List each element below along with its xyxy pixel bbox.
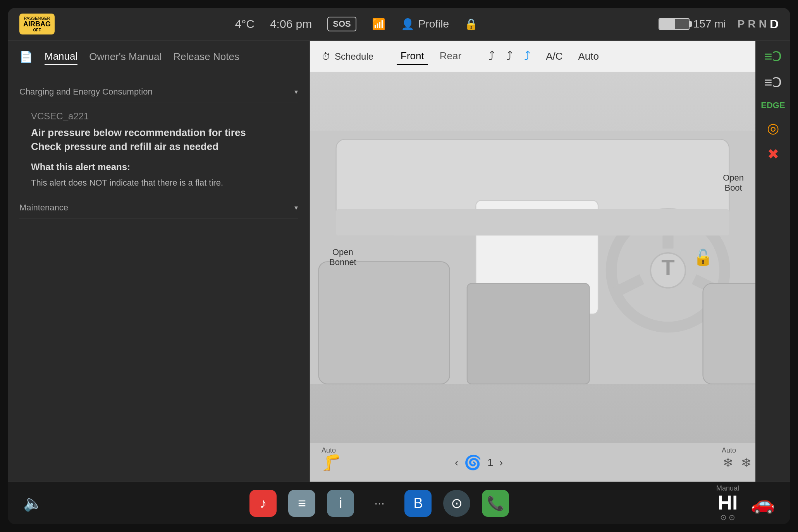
low-beam-icon[interactable]: ≡Ͻ (764, 74, 782, 91)
seat-heat-left-icon[interactable]: 🦵 (322, 453, 341, 472)
alert-section-title: What this alert means: (31, 162, 286, 172)
app-files[interactable]: ≡ (288, 490, 315, 517)
prnd-n[interactable]: N (759, 18, 767, 30)
alert-body: This alert does NOT indicate that there … (31, 176, 286, 189)
main-content: 📄 Manual Owner's Manual Release Notes Ch… (8, 41, 790, 482)
music-icon: ♪ (260, 495, 267, 511)
fan-increase-button[interactable]: › (499, 456, 503, 469)
sidebar-maintenance-title[interactable]: Maintenance ▾ (19, 203, 298, 213)
prnd-p[interactable]: P (738, 18, 745, 30)
seatbelt-icon[interactable]: ✖ (767, 146, 779, 162)
left-temp-label: Auto (322, 446, 336, 454)
status-right: 157 mi P R N D (659, 17, 779, 31)
svg-rect-9 (336, 209, 729, 236)
airflow-icon-1[interactable]: ⤴ (488, 49, 495, 64)
taskbar-left: 🔈 (23, 494, 43, 512)
svg-rect-12 (467, 284, 590, 384)
alert-code: VCSEC_a221 (31, 111, 286, 122)
airflow-icon-2[interactable]: ⤴ (506, 49, 513, 64)
fan-icon: 🌀 (464, 455, 482, 471)
car-view-icon[interactable]: 🚗 (751, 492, 775, 515)
lock-icon[interactable]: 🔒 (464, 18, 478, 31)
prnd-r[interactable]: R (748, 18, 755, 30)
boot-text: OpenBoot (723, 173, 744, 193)
taskbar: 🔈 ♪ ≡ i ··· B ⊙ 📞 (8, 482, 790, 524)
bottom-climate: Auto 🦵 ‹ 🌀 1 › ❄ ❄ Auto 🦵 (310, 443, 790, 482)
airbag-label: PASSENGER (23, 16, 51, 21)
right-temp-label: Auto (722, 446, 736, 454)
tab-manual[interactable]: Manual (45, 48, 77, 65)
profile-section[interactable]: 👤 Profile (401, 18, 449, 31)
left-auto-label: Auto (322, 446, 336, 455)
schedule-icon: ⏱ (322, 51, 331, 62)
app-info[interactable]: i (327, 490, 354, 517)
airbag-status: OFF (23, 28, 51, 32)
right-auto-label: Auto (722, 446, 736, 455)
svg-text:T: T (661, 255, 674, 279)
app-more[interactable]: ··· (366, 490, 393, 517)
battery-bar (659, 18, 690, 30)
tire-pressure-icon[interactable]: ◎ (767, 120, 779, 136)
doc-tabs: 📄 Manual Owner's Manual Release Notes (8, 41, 310, 73)
fan-decrease-button[interactable]: ‹ (455, 456, 458, 469)
ac-button[interactable]: A/C (546, 50, 562, 62)
sos-button[interactable]: SOS (327, 17, 356, 31)
profile-label: Profile (418, 18, 449, 30)
airflow-icon-3[interactable]: ⤴ (524, 49, 530, 64)
sidebar-item-maintenance[interactable]: Maintenance ▾ (19, 197, 298, 219)
doc-icon: 📄 (19, 50, 33, 63)
alert-content: VCSEC_a221 Air pressure below recommenda… (19, 103, 298, 197)
rear-defrost-icon[interactable]: ❄ (741, 455, 752, 470)
climate-mode-icons: ⊙ ⊙ (716, 513, 739, 522)
car-interior: T OpenBonnet 🔓 (310, 72, 790, 443)
app-music[interactable]: ♪ (249, 490, 277, 517)
status-bar: PASSENGER AIRBAG OFF 4°C 4:06 pm SOS 📶 👤… (8, 8, 790, 41)
rear-tab[interactable]: Rear (436, 48, 465, 65)
open-boot-button[interactable]: OpenBoot (723, 173, 744, 193)
app-camera[interactable]: ⊙ (443, 490, 470, 517)
app-phone[interactable]: 📞 (482, 490, 509, 517)
temperature-display: 4°C (235, 17, 255, 31)
chevron-right-icon: ▾ (294, 203, 298, 212)
profile-icon: 👤 (401, 18, 414, 31)
more-icon: ··· (374, 496, 385, 510)
bluetooth-icon: B (413, 495, 423, 511)
status-center: 4°C 4:06 pm SOS 📶 👤 Profile 🔒 (55, 17, 659, 31)
front-tab[interactable]: Front (397, 48, 428, 65)
volume-icon[interactable]: 🔈 (23, 494, 43, 512)
app-bluetooth[interactable]: B (404, 490, 432, 517)
right-panel: ≡Ͻ ≡Ͻ EDGE ◎ ✖ ⏱ Schedule Front Rear ⤴ (310, 41, 790, 482)
bonnet-text: OpenBonnet (329, 247, 356, 267)
auto-button[interactable]: Auto (578, 50, 599, 62)
tab-release-notes[interactable]: Release Notes (173, 49, 239, 65)
left-panel: 📄 Manual Owner's Manual Release Notes Ch… (8, 41, 310, 482)
tab-owners-manual[interactable]: Owner's Manual (89, 49, 162, 65)
fan-speed-display: 1 (487, 456, 494, 469)
airbag-label2: AIRBAG (23, 21, 51, 28)
sidebar-charging-title[interactable]: Charging and Energy Consumption ▾ (19, 87, 298, 97)
defrost-icons: ❄ ❄ (723, 455, 752, 470)
prnd-display: P R N D (738, 17, 779, 31)
taskbar-center: ♪ ≡ i ··· B ⊙ 📞 (249, 490, 509, 517)
car-interior-visual: T OpenBonnet 🔓 (310, 72, 790, 443)
climate-temp-display: HI (716, 492, 739, 513)
climate-hi-display: Manual HI ⊙ ⊙ (716, 484, 739, 522)
info-icon: i (339, 495, 342, 511)
open-bonnet-button[interactable]: OpenBonnet (329, 247, 356, 267)
maintenance-label: Maintenance (19, 203, 68, 213)
schedule-button[interactable]: ⏱ Schedule (322, 51, 373, 62)
sidebar-item-charging[interactable]: Charging and Energy Consumption ▾ (19, 81, 298, 103)
status-left: PASSENGER AIRBAG OFF (19, 14, 55, 35)
edge-light-icon[interactable]: EDGE (761, 100, 785, 110)
car-lock-icon[interactable]: 🔓 (693, 248, 713, 267)
battery-section: 157 mi (659, 18, 726, 30)
main-screen: PASSENGER AIRBAG OFF 4°C 4:06 pm SOS 📶 👤… (8, 8, 790, 524)
taskbar-right: Manual HI ⊙ ⊙ 🚗 (716, 484, 775, 522)
camera-icon: ⊙ (451, 495, 463, 511)
climate-icons: ⤴ ⤴ ⤴ (488, 49, 530, 64)
prnd-d[interactable]: D (770, 17, 779, 31)
high-beam-icon[interactable]: ≡Ͻ (764, 48, 782, 65)
battery-miles: 157 mi (693, 18, 726, 30)
front-defrost-icon[interactable]: ❄ (723, 455, 733, 470)
right-sidebar: ≡Ͻ ≡Ͻ EDGE ◎ ✖ (755, 41, 790, 482)
